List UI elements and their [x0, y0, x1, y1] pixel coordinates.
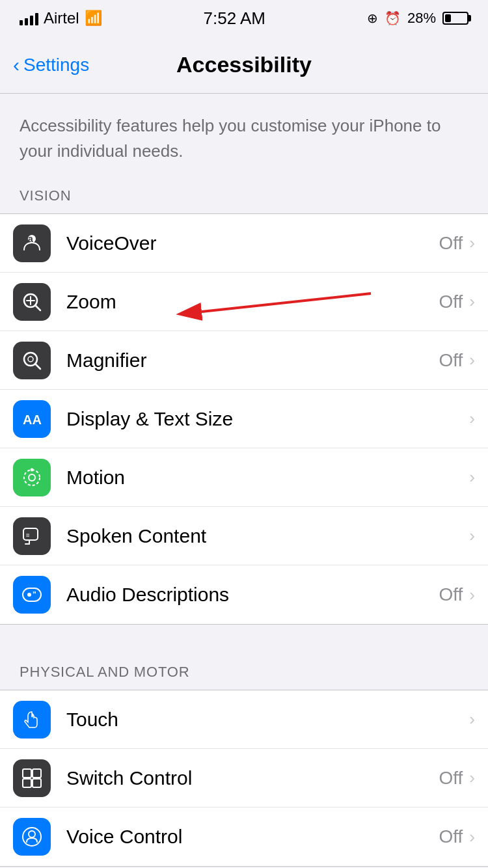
settings-item-zoom[interactable]: Zoom Off ›	[0, 273, 488, 331]
display-label: Display & Text Size	[66, 408, 463, 430]
svg-point-26	[29, 831, 35, 837]
svg-point-11	[28, 357, 33, 362]
magnifier-label: Magnifier	[66, 349, 439, 372]
alarm-icon: ⏰	[385, 10, 401, 26]
touch-icon	[13, 701, 51, 739]
voicecontrol-chevron: ›	[469, 827, 475, 847]
spoken-chevron: ›	[469, 526, 475, 546]
spoken-label: Spoken Content	[66, 525, 463, 547]
status-bar: Airtel 📶 7:52 AM ⊕ ⏰ 28%	[0, 0, 488, 36]
section-gap	[0, 625, 488, 657]
svg-text:a: a	[28, 234, 33, 244]
svg-text:": "	[33, 590, 36, 599]
voicecontrol-value: Off	[439, 826, 463, 847]
status-left: Airtel 📶	[20, 9, 102, 27]
section-header-physical: PHYSICAL AND MOTOR	[0, 657, 488, 690]
svg-text:≡: ≡	[26, 532, 30, 539]
zoom-value: Off	[439, 292, 463, 312]
voiceover-value: Off	[439, 233, 463, 254]
svg-line-4	[35, 305, 40, 310]
svg-rect-24	[33, 779, 41, 787]
motion-chevron: ›	[469, 467, 475, 487]
svg-point-15	[31, 468, 34, 471]
svg-rect-18	[23, 588, 41, 601]
display-chevron: ›	[469, 409, 475, 429]
physical-settings-group: Touch › Switch Control Off ›	[0, 690, 488, 867]
switch-value: Off	[439, 768, 463, 789]
switch-label: Switch Control	[66, 767, 439, 789]
audio-label: Audio Descriptions	[66, 584, 439, 606]
page-title: Accessibility	[176, 52, 312, 77]
touch-label: Touch	[66, 709, 463, 731]
svg-text:AA: AA	[23, 413, 42, 427]
svg-point-19	[27, 593, 31, 597]
svg-line-10	[35, 364, 40, 369]
display-icon: AA	[13, 400, 51, 438]
nav-header: ‹ Settings Accessibility	[0, 36, 488, 94]
audio-chevron: ›	[469, 585, 475, 605]
switch-icon	[13, 759, 51, 797]
motion-icon	[13, 459, 51, 496]
voiceover-label: VoiceOver	[66, 232, 439, 254]
signal-icon	[20, 11, 38, 25]
svg-point-14	[29, 474, 35, 481]
settings-item-switch[interactable]: Switch Control Off ›	[0, 749, 488, 807]
spoken-icon: ≡	[13, 517, 51, 555]
voiceover-icon: a	[13, 224, 51, 262]
back-chevron-icon: ‹	[13, 55, 20, 75]
touch-chevron: ›	[469, 709, 475, 729]
settings-item-touch[interactable]: Touch ›	[0, 690, 488, 749]
zoom-icon	[13, 283, 51, 321]
settings-item-magnifier[interactable]: Magnifier Off ›	[0, 331, 488, 390]
back-button[interactable]: ‹ Settings	[13, 55, 89, 75]
audio-value: Off	[439, 584, 463, 605]
magnifier-icon	[13, 342, 51, 379]
magnifier-value: Off	[439, 350, 463, 371]
zoom-label: Zoom	[66, 291, 439, 313]
voiceover-chevron: ›	[469, 233, 475, 253]
status-time: 7:52 AM	[204, 8, 265, 29]
vision-settings-group: a VoiceOver Off › Zoom Off ›	[0, 213, 488, 625]
magnifier-chevron: ›	[469, 350, 475, 370]
section-header-vision: VISION	[0, 181, 488, 213]
settings-item-voicecontrol[interactable]: Voice Control Off ›	[0, 807, 488, 866]
motion-label: Motion	[66, 467, 463, 489]
svg-rect-21	[23, 769, 31, 778]
svg-rect-23	[23, 779, 31, 787]
wifi-icon: 📶	[85, 10, 102, 27]
svg-point-13	[24, 470, 40, 485]
battery-percentage: 28%	[407, 10, 436, 27]
description-text: Accessibility features help you customis…	[20, 113, 468, 164]
switch-chevron: ›	[469, 768, 475, 788]
voicecontrol-label: Voice Control	[66, 826, 439, 848]
settings-item-display[interactable]: AA Display & Text Size ›	[0, 390, 488, 448]
description-section: Accessibility features help you customis…	[0, 94, 488, 181]
svg-rect-22	[33, 769, 41, 778]
content: Accessibility features help you customis…	[0, 94, 488, 867]
location-icon: ⊕	[367, 10, 378, 26]
carrier-name: Airtel	[44, 9, 79, 27]
settings-item-motion[interactable]: Motion ›	[0, 448, 488, 507]
voicecontrol-icon	[13, 818, 51, 856]
zoom-chevron: ›	[469, 292, 475, 312]
audio-icon: "	[13, 576, 51, 614]
settings-item-voiceover[interactable]: a VoiceOver Off ›	[0, 214, 488, 273]
back-label: Settings	[23, 55, 89, 75]
settings-item-spoken[interactable]: ≡ Spoken Content ›	[0, 507, 488, 565]
settings-item-audio[interactable]: " Audio Descriptions Off ›	[0, 565, 488, 624]
battery-icon	[442, 12, 468, 25]
status-right: ⊕ ⏰ 28%	[367, 10, 468, 27]
